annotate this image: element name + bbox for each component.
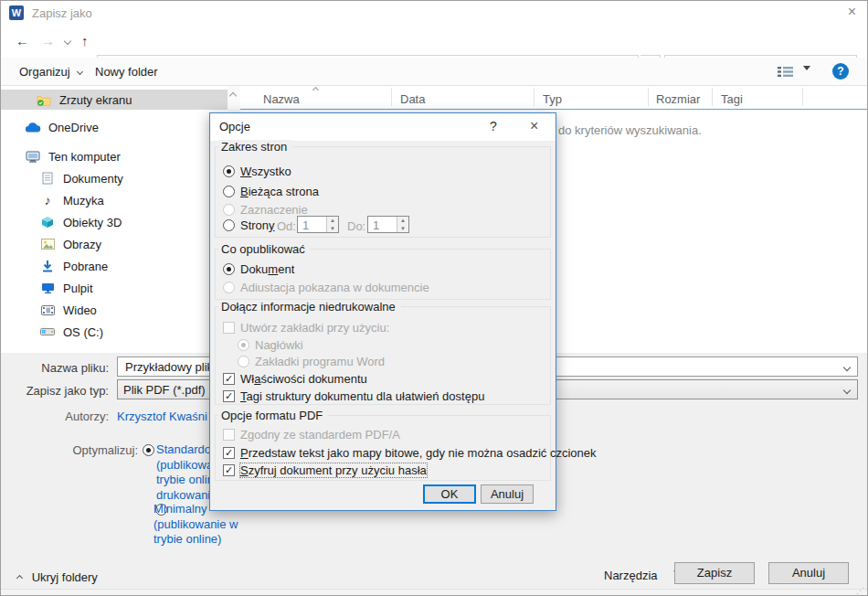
onedrive-cloud-icon [25,122,41,133]
cancel-button[interactable]: Anuluj [768,562,849,584]
column-header-rozmiar[interactable]: Rozmiar [656,92,700,106]
sidebar-item-label: Pulpit [63,282,93,295]
tools-dropdown[interactable]: Narzędzia [604,569,681,582]
radio-adiustacja: Adiustacja pokazana w dokumencie [223,280,429,295]
radio-label: Strony [240,218,275,232]
spinner-up-icon[interactable]: ▲ [397,217,408,225]
column-separator [534,88,535,106]
radio-dokument[interactable]: Dokument [223,261,294,277]
sidebar-item-label: Ten komputer [48,150,121,164]
sidebar-item-dokumenty[interactable]: Dokumenty [1,168,228,188]
up-icon[interactable]: ↑ [81,33,89,48]
from-page-spinner[interactable]: 1 ▲ ▼ [297,216,339,233]
column-separator [712,88,713,106]
from-page-value: 1 [302,218,309,232]
checkbox-label: Przedstaw tekst jako mapy bitowe, gdy ni… [240,446,596,460]
titlebar: W Zapisz jako × [1,1,867,25]
sidebar-item-pulpit[interactable]: Pulpit [1,278,228,298]
sort-ascending-icon [312,87,319,93]
header-underline [240,109,867,110]
authors-label: Autorzy: [8,410,109,423]
dialog-close-icon[interactable]: × [530,118,538,134]
checkbox-tagi-struktury[interactable]: ✓ Tagi struktury dokumentu dla ułatwień … [223,388,484,404]
group-label: Opcje formatu PDF [218,409,328,422]
radio-indicator [238,356,249,367]
checkbox-pdfa: Zgodny ze standardem PDF/A [223,427,400,442]
details-view-icon [778,66,794,78]
radio-label: Dokument [240,262,294,276]
organize-button[interactable]: Organizuj [19,65,82,79]
options-dialog-titlebar: Opcje ? × [210,113,556,141]
chevron-up-icon [16,575,23,581]
resize-grip-icon[interactable]: ⋰ [856,586,864,595]
sidebar-item-pobrane[interactable]: Pobrane [1,256,228,276]
spinner-up-icon[interactable]: ▲ [327,217,338,225]
column-header-data[interactable]: Data [400,92,425,106]
sidebar-item-obrazy[interactable]: Obrazy [1,234,228,254]
ok-button[interactable]: OK [423,484,476,504]
music-icon: ♪ [39,193,56,208]
sidebar-item-wideo[interactable]: Wideo [1,300,228,320]
dialog-help-icon[interactable]: ? [490,119,497,133]
radio-indicator [238,339,249,351]
hide-folders-button[interactable]: Ukryj foldery [17,570,98,584]
save-as-window: W Zapisz jako × ← → ↑ Dropbox Zrzuty ekr… [0,0,868,596]
column-header-tagi[interactable]: Tagi [721,92,743,106]
spinner-down-icon[interactable]: ▼ [397,225,408,233]
authors-value-link[interactable]: Krzysztof Kwaśni [117,410,207,423]
radio-indicator [223,282,235,293]
sidebar-item-os-c[interactable]: OS (C:) [1,322,228,342]
help-icon[interactable]: ? [832,63,849,80]
sidebar-item-label: Pobrane [63,260,108,273]
forward-icon: → [41,33,55,48]
command-toolbar: Organizuj Nowy folder ? [1,58,867,86]
checkbox-label: Właściwości dokumentu [240,372,367,386]
checkbox-bitmap-text[interactable]: ✓ Przedstaw tekst jako mapy bitowe, gdy … [223,445,596,461]
back-icon[interactable]: ← [16,33,29,48]
sidebar-item-ten-komputer[interactable]: Ten komputer [1,146,228,166]
spinner-buttons: ▲ ▼ [397,217,408,232]
optimize-minimal-line: trybie online) [153,532,238,548]
chevron-down-icon [77,69,83,75]
radio-biezaca-strona[interactable]: Bieżąca strona [223,184,319,199]
radio-strony[interactable]: Strony [223,218,275,233]
cube-3d-icon [39,216,56,229]
group-label: Co opublikować [218,242,311,256]
documents-icon [39,172,56,185]
radio-label: Adiustacja pokazana w dokumencie [240,281,429,294]
sidebar-item-label: Wideo [63,303,97,317]
window-title: Zapisz jako [32,6,92,20]
view-options-button[interactable] [778,66,810,80]
checkbox-indicator [223,322,235,334]
checkbox-label: Zgodny ze standardem PDF/A [240,428,400,442]
radio-label: Bieżąca strona [240,185,319,198]
optimize-label: Optymalizuj: [8,443,138,457]
to-page-spinner[interactable]: 1 ▲ ▼ [367,216,409,233]
radio-wszystko[interactable]: Wszystko [223,164,291,179]
sidebar-item-label: Dokumenty [63,172,123,186]
chevron-down-icon[interactable] [843,364,851,371]
checkbox-utworz-zakladki: Utwórz zakładki przy użyciu: [223,320,389,335]
radio-indicator [223,263,235,275]
sidebar-item-muzyka[interactable]: ♪ Muzyka [1,190,228,210]
new-folder-button[interactable]: Nowy folder [95,65,158,79]
sidebar-item-onedrive[interactable]: OneDrive [1,117,228,137]
sidebar-item-obiekty-3d[interactable]: Obiekty 3D [1,212,228,232]
desktop-icon [39,282,56,293]
close-icon[interactable]: × [848,4,856,20]
navigation-pane: Zrzuty ekranu OneDrive Ten komputer Doku… [1,86,228,353]
save-button[interactable]: Zapisz [674,562,755,584]
hide-folders-label: Ukryj foldery [32,570,98,584]
column-header-typ[interactable]: Typ [543,92,562,106]
checkbox-wlasciwosci-dokumentu[interactable]: ✓ Właściwości dokumentu [223,371,367,387]
spinner-down-icon[interactable]: ▼ [327,225,338,233]
empty-folder-message: do kryteriów wyszukiwania. [558,123,702,137]
navigation-bar: ← → ↑ Dropbox Zrzuty ekranu ↻ [1,25,867,58]
sidebar-item-zrzuty-ekranu[interactable]: Zrzuty ekranu [1,90,228,110]
checkbox-indicator: ✓ [223,373,235,385]
recent-locations-chevron-icon[interactable] [64,37,71,45]
optimize-standard-radio[interactable] [143,444,154,456]
dialog-cancel-button[interactable]: Anuluj [481,484,534,504]
column-header-nazwa[interactable]: Nazwa [263,92,300,106]
checkbox-szyfruj-dokument[interactable]: ✓ Szyfruj dokument przy użyciu hasła [223,463,427,478]
